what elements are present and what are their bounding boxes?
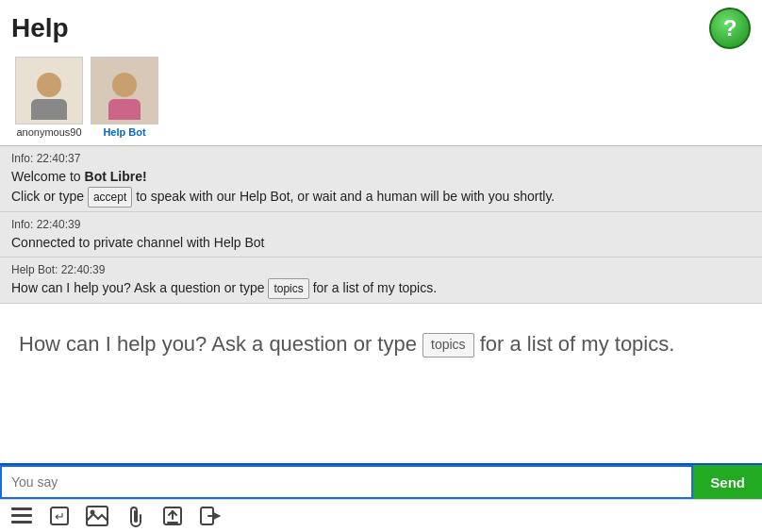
avatar-image-anonymous bbox=[15, 57, 83, 125]
svg-rect-1 bbox=[11, 514, 32, 517]
avatar-helpbot[interactable]: Help Bot bbox=[87, 57, 162, 138]
paperclip-icon[interactable] bbox=[123, 506, 147, 526]
hamburger-icon[interactable] bbox=[9, 506, 34, 526]
message-content-1b: Click or type accept to speak with our H… bbox=[11, 187, 751, 208]
svg-rect-5 bbox=[87, 507, 108, 525]
message-content-1a: Welcome to Bot Libre! bbox=[11, 167, 751, 187]
message-meta-3: Help Bot: 22:40:39 bbox=[11, 261, 751, 278]
avatar-head bbox=[37, 73, 61, 97]
box-export-icon[interactable] bbox=[160, 506, 185, 526]
big-message-before: How can I help you? Ask a question or ty… bbox=[19, 332, 422, 356]
logout-icon[interactable] bbox=[198, 506, 223, 526]
svg-text:↵: ↵ bbox=[55, 509, 65, 524]
avatar-body bbox=[31, 99, 67, 120]
avatar-label-anonymous: anonymous90 bbox=[16, 126, 81, 138]
input-area: Send ↵ bbox=[0, 463, 762, 532]
help-icon[interactable]: ? bbox=[709, 8, 751, 49]
big-message-after: for a list of my topics. bbox=[474, 332, 675, 356]
avatar-anonymous[interactable]: anonymous90 bbox=[11, 57, 87, 138]
message-content-3: How can I help you? Ask a question or ty… bbox=[11, 278, 751, 299]
toolbar-row: ↵ bbox=[0, 499, 762, 532]
svg-rect-0 bbox=[11, 507, 32, 510]
input-row: Send bbox=[0, 465, 762, 499]
avatar-body-female bbox=[108, 99, 141, 120]
avatar-head-female bbox=[112, 73, 137, 97]
message-meta-2: Info: 22:40:39 bbox=[11, 216, 751, 233]
accept-button[interactable]: accept bbox=[88, 187, 132, 208]
avatar-image-helpbot bbox=[91, 57, 158, 125]
avatar-label-helpbot: Help Bot bbox=[103, 126, 145, 138]
chat-area: Info: 22:40:37 Welcome to Bot Libre! Cli… bbox=[0, 145, 762, 304]
topics-button-chat[interactable]: topics bbox=[268, 278, 308, 299]
avatars-row: anonymous90 Help Bot bbox=[0, 53, 762, 145]
chat-message-2: Info: 22:40:39 Connected to private chan… bbox=[0, 212, 762, 258]
enter-icon[interactable]: ↵ bbox=[47, 506, 72, 526]
message-content-2: Connected to private channel with Help B… bbox=[11, 233, 751, 253]
bot-libre-bold: Bot Libre! bbox=[85, 169, 147, 184]
image-icon[interactable] bbox=[85, 506, 109, 526]
send-button[interactable]: Send bbox=[693, 465, 762, 499]
chat-message-1: Info: 22:40:37 Welcome to Bot Libre! Cli… bbox=[0, 146, 762, 212]
svg-rect-2 bbox=[11, 521, 32, 524]
topics-button-big[interactable]: topics bbox=[422, 333, 474, 357]
chat-message-3: Help Bot: 22:40:39 How can I help you? A… bbox=[0, 258, 762, 304]
chat-input[interactable] bbox=[0, 465, 693, 499]
page-title: Help bbox=[11, 13, 69, 43]
message-meta-1: Info: 22:40:37 bbox=[11, 150, 751, 167]
big-message-preview: How can I help you? Ask a question or ty… bbox=[0, 304, 762, 371]
header: Help ? bbox=[0, 0, 762, 53]
